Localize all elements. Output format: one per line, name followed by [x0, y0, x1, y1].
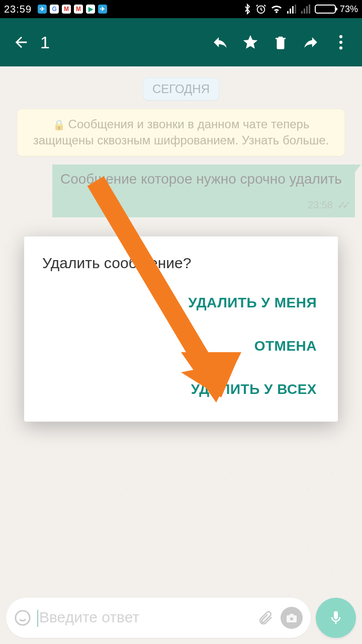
dialog-title: Удалить сообщение?: [42, 255, 320, 272]
svg-point-2: [339, 41, 342, 44]
forward-icon[interactable]: [296, 27, 326, 57]
wifi-icon: [270, 4, 283, 14]
reply-icon[interactable]: [205, 27, 235, 57]
delete-for-me-button[interactable]: УДАЛИТЬ У МЕНЯ: [185, 290, 320, 316]
notification-telegram-icon: ✈: [98, 5, 107, 14]
notification-google-icon: G: [50, 5, 59, 14]
more-icon[interactable]: [326, 27, 356, 57]
cancel-button[interactable]: ОТМЕНА: [251, 333, 320, 359]
signal-icon: [287, 5, 297, 14]
svg-point-1: [339, 35, 342, 38]
android-status-bar: 23:59 ✈ G M M ▶ ✈ 73%: [0, 0, 362, 18]
notification-gmail-icon: M: [62, 5, 71, 14]
delete-icon[interactable]: [265, 27, 296, 57]
selection-count: 1: [40, 33, 50, 52]
alarm-icon: [255, 4, 266, 15]
notification-play-icon: ▶: [86, 5, 95, 14]
star-icon[interactable]: [235, 27, 265, 57]
status-clock: 23:59: [4, 4, 32, 15]
selection-action-bar: 1: [0, 18, 362, 66]
battery-icon: [315, 5, 336, 14]
signal-icon: [301, 5, 311, 14]
delete-for-all-button[interactable]: УДАЛИТЬ У ВСЕХ: [188, 376, 320, 403]
battery-percent: 73%: [340, 4, 358, 15]
svg-point-3: [339, 46, 342, 49]
bluetooth-icon: [243, 4, 251, 15]
notification-telegram-icon: ✈: [38, 5, 47, 14]
back-icon[interactable]: [6, 27, 36, 57]
notification-gmail-icon: M: [74, 5, 83, 14]
delete-message-dialog: Удалить сообщение? УДАЛИТЬ У МЕНЯ ОТМЕНА…: [24, 236, 338, 422]
